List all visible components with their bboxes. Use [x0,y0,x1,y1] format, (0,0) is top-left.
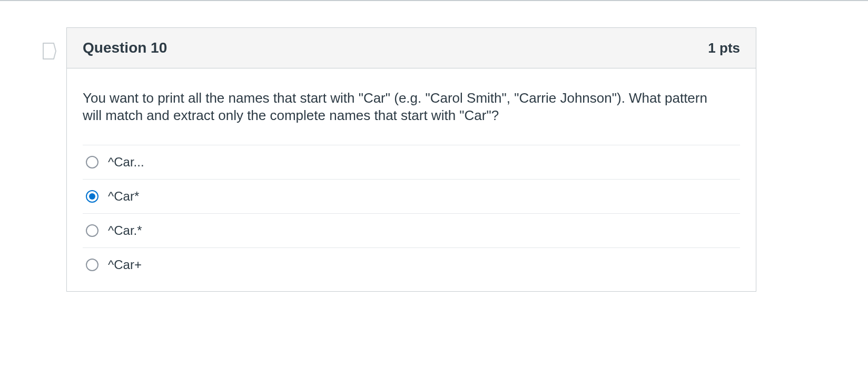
option-row[interactable]: ^Car* [83,180,740,214]
question-card: Question 10 1 pts You want to print all … [66,27,756,292]
option-label: ^Car* [108,189,139,204]
radio-icon[interactable] [86,156,98,168]
radio-icon[interactable] [86,259,98,271]
question-header: Question 10 1 pts [67,28,756,68]
option-row[interactable]: ^Car.* [83,214,740,248]
question-prompt: You want to print all the names that sta… [83,90,715,124]
option-label: ^Car+ [108,257,142,272]
question-block: Question 10 1 pts You want to print all … [0,27,868,292]
option-label: ^Car... [108,155,144,170]
question-points: 1 pts [708,40,740,56]
option-row[interactable]: ^Car... [83,145,740,180]
question-body: You want to print all the names that sta… [67,68,756,291]
options-list: ^Car... ^Car* ^Car.* ^Car+ [83,145,740,275]
option-label: ^Car.* [108,223,142,238]
radio-icon[interactable] [86,224,98,237]
radio-icon[interactable] [86,190,98,203]
page: Question 10 1 pts You want to print all … [0,0,868,292]
option-row[interactable]: ^Car+ [83,248,740,275]
bookmark-icon[interactable] [42,42,57,59]
question-title: Question 10 [83,39,167,56]
